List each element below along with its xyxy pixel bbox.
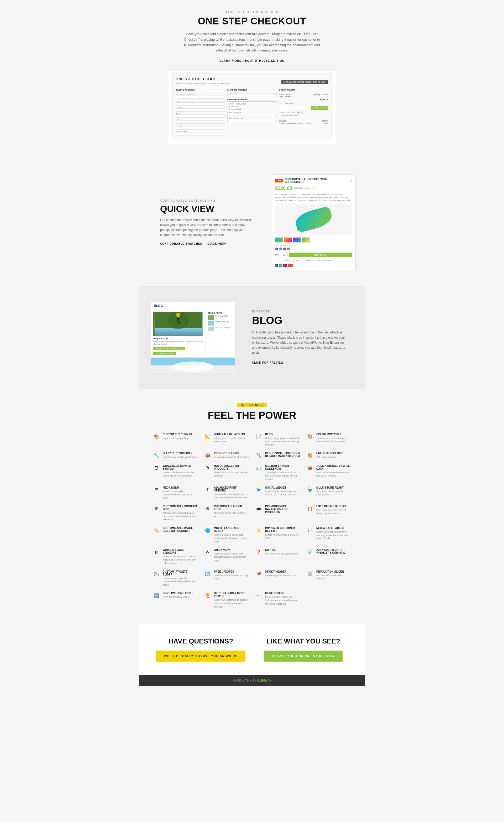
- blog-mockup: BLOG: [151, 302, 235, 373]
- learn-more-link[interactable]: LEARN MORE ABOUT ATHLETE EDITION: [219, 59, 285, 62]
- feature-icon-24: ◐: [153, 548, 160, 556]
- apply-coupon-btn[interactable]: APPLY COUPON: [311, 106, 329, 110]
- feature-item-27: 🛒 AJAX ADD TO CART, WISHLIST & COMPARE: [303, 546, 354, 567]
- qty-row: Qty ADD TO CART: [275, 253, 352, 257]
- color-dot-green[interactable]: [287, 247, 290, 251]
- blog-left: BLOG: [139, 302, 241, 373]
- feature-icon-13: T: [204, 486, 211, 494]
- feature-text-10: SIDEBAR BANNER SLIDESHOW This elegant ba…: [265, 464, 300, 481]
- thumbnail-3[interactable]: [293, 237, 301, 243]
- blog-hero-image: [153, 312, 203, 336]
- feature-text-24: WHITE & BLACK VERSIONS all icons and ele…: [163, 548, 198, 565]
- already-registered-btn[interactable]: ALREADY REGISTERED? CLICK HERE TO LOGIN: [282, 80, 329, 84]
- blog-footer-image: [151, 357, 235, 373]
- top-features-badge: TOP FEATURES: [237, 403, 267, 407]
- svg-point-4: [177, 318, 179, 320]
- feature-text-2: BLOG Online blogging has proved to be ca…: [265, 433, 300, 447]
- feature-icon-31: 🎡: [306, 570, 314, 577]
- qty-input[interactable]: [280, 253, 288, 257]
- feature-item-19: 📋 LOTS OF CMS BLOCKS Place your content …: [303, 502, 354, 524]
- add-to-cart-btn[interactable]: ADD TO CART: [289, 253, 352, 257]
- color-dot-blue[interactable]: [279, 247, 282, 251]
- wishlist-btn[interactable]: ADD TO WISHLIST: [275, 259, 294, 262]
- feature-icon-27: 🛒: [306, 548, 314, 556]
- compare-btn[interactable]: ADD TO COMPARE: [295, 259, 314, 262]
- configurable-swatches-link[interactable]: CONFIGURABLE SWATCHES: [160, 242, 202, 245]
- googleplus-btn[interactable]: G+: [288, 264, 293, 267]
- thumbnail-1[interactable]: [275, 237, 283, 243]
- brand-name: OLEGNAX: [257, 679, 271, 682]
- feature-item-32: 🔤 FONT AWESOME ICONS Over 439 resizable …: [150, 589, 201, 611]
- svg-point-10: [172, 362, 214, 372]
- cta-questions-btn[interactable]: WE'LL BE HAPPY TO GIVE YOU ANSWERS: [156, 651, 245, 662]
- blog-title: BLOG: [252, 315, 349, 326]
- color-label: COLOR: PURPLE-BLUE: [275, 245, 352, 247]
- footer-text: MADE WITH ♥ BY OLEGNAX: [143, 679, 361, 682]
- feature-icon-21: 🌐: [204, 527, 211, 534]
- feature-item-24: ◐ WHITE & BLACK VERSIONS all icons and e…: [150, 546, 201, 567]
- feature-item-34: ⋯ MORE COMING the next major update will…: [252, 589, 303, 611]
- feature-item-7: 🎨 UNLIMITED COLORS 200+ color options: [303, 449, 354, 462]
- feature-text-17: CUSTOMIZABLE GRID LOOK show hide rating,…: [214, 505, 249, 518]
- feature-icon-2: 📝: [255, 433, 263, 440]
- feature-item-25: 👁 QUICK VIEW Allows to view & add to car…: [201, 546, 252, 567]
- feature-item-3: 🎨 COLOR SWATCHES show product attribute …: [303, 430, 354, 449]
- blog-mockup-header: BLOG: [151, 302, 235, 310]
- aheadworks-blog-btn[interactable]: AHEADWORKS BLOG: [153, 352, 176, 355]
- feature-text-30: STICKY HEADER Keep navigation always on …: [265, 570, 297, 577]
- close-icon[interactable]: ✕: [350, 179, 352, 182]
- cta-store-block: LIKE WHAT YOU SEE? CREATE YOUR ONLINE ST…: [252, 637, 355, 662]
- color-dot-pink[interactable]: [283, 247, 286, 251]
- color-swatches: [275, 247, 352, 251]
- feature-icon-12: ☰: [153, 486, 160, 494]
- feature-text-0: CUSTOM SUB THEMES separate design packag…: [163, 433, 192, 440]
- feature-item-0: 🎨 CUSTOM SUB THEMES separate design pack…: [150, 430, 201, 449]
- pinterest-btn[interactable]: P: [283, 264, 287, 267]
- blog-preview-link[interactable]: CLICK FOR PREVIEW: [252, 361, 284, 364]
- feature-text-33: BEST SELLERS & MOST VIEWED Allow your cu…: [214, 592, 249, 608]
- feature-text-31: REVOLUTION SLIDER Famous $15 value slide…: [316, 570, 351, 580]
- thumbnail-2[interactable]: [284, 237, 292, 243]
- cta-store-btn[interactable]: CREATE YOUR ONLINE STORE NOW: [264, 651, 343, 662]
- quickview-title: QUICK VIEW: [160, 204, 252, 214]
- features-title: FEEL THE POWER: [150, 410, 354, 421]
- feature-icon-11: 📦: [306, 464, 314, 472]
- social-buttons: f t P G+: [275, 264, 352, 267]
- product-price: $120.00: [275, 185, 292, 191]
- twitter-btn[interactable]: t: [279, 264, 282, 267]
- facebook-btn[interactable]: f: [275, 264, 278, 267]
- feature-text-5: PRODUCT SLIDERS customizable amount of p…: [214, 452, 248, 459]
- shipping-title: SHIPPING METHOD: [227, 89, 277, 92]
- feature-icon-3: 🎨: [306, 433, 314, 440]
- feature-item-8: 🖼 WIDGETIZED BANNER SYSTEM add unlimited…: [150, 462, 201, 484]
- feature-text-11: 1 CLICK INSTALL SAMPLE DATA Install our …: [316, 464, 351, 477]
- product-image-area: [275, 204, 352, 235]
- email-friend-btn[interactable]: EMAIL TO FRIEND: [315, 259, 333, 262]
- checkout-title: ONE STEP CHECKOUT: [144, 16, 360, 27]
- feature-text-25: QUICK VIEW Allows to view & add to cart …: [214, 548, 249, 562]
- quickview-right: HOT CONFIGURABLE PRODUCT WITH COLORSWATC…: [268, 174, 365, 270]
- color-dot-purple[interactable]: [275, 247, 278, 251]
- feature-text-20: CUSTOMIZABLE IMAGE SIZE FOR PRODUCTS: [163, 527, 198, 533]
- feature-icon-29: 🔄: [204, 570, 211, 577]
- feature-text-18: PREVIOUS/NEXT NAVIGATION FOR PRODUCTS: [265, 505, 300, 514]
- feature-text-34: MORE COMING the next major update will i…: [265, 592, 300, 605]
- feature-icon-6: 🔍: [255, 452, 263, 459]
- feature-icon-30: 📌: [255, 570, 263, 577]
- feature-item-9: 🖱 HOVER IMAGE FOR PRODUCTS show alternat…: [201, 462, 252, 484]
- blog-sidebar-item-2: Another post title...: [208, 321, 232, 326]
- feature-text-13: ADVANCED FONT OPTIONS Separate font sett…: [214, 486, 249, 499]
- feature-item-26: ❓ SUPPORT don't worry we got you covered…: [252, 546, 303, 567]
- feature-text-4: FULLY CUSTOMIZABLE control every pixel o…: [163, 452, 197, 459]
- blog-post-title: Blog Post Title: [153, 337, 203, 340]
- feature-icon-34: ⋯: [255, 592, 263, 599]
- quick-view-link[interactable]: QUICK VIEW: [207, 242, 226, 245]
- feature-icon-18: ◀▶: [255, 505, 263, 512]
- payment-title: PAYMENT METHOD: [227, 98, 277, 102]
- blog-post-text: Lorem ipsum dolor sit amet consectetur a…: [153, 341, 203, 345]
- feature-text-16: CUSTOMIZABLE PRODUCT GRID set how many p…: [163, 505, 198, 521]
- feature-icon-1: 📐: [204, 433, 211, 440]
- checkout-mockup: ONE STEP CHECKOUT Please enter your deta…: [168, 69, 336, 144]
- feature-text-12: MEGA MENU wide & classic styles, customi…: [163, 486, 198, 500]
- thumbnail-4[interactable]: [302, 237, 310, 243]
